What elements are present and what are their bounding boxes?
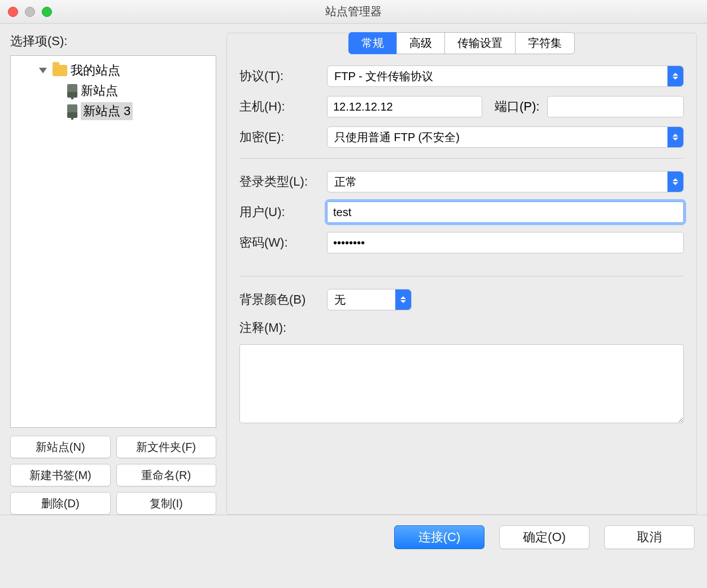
tree-item-label: 新站点 3 — [81, 102, 133, 120]
server-icon — [67, 104, 77, 118]
titlebar: 站点管理器 — [0, 0, 707, 24]
port-input[interactable] — [547, 96, 684, 117]
delete-button[interactable]: 删除(D) — [10, 492, 111, 515]
encryption-value: 只使用普通 FTP (不安全) — [334, 130, 460, 145]
new-folder-button[interactable]: 新文件夹(F) — [116, 436, 217, 458]
protocol-value: FTP - 文件传输协议 — [334, 69, 433, 84]
comment-label: 注释(M): — [239, 319, 286, 336]
comment-textarea[interactable] — [239, 344, 684, 423]
new-site-button[interactable]: 新站点(N) — [10, 436, 111, 458]
protocol-label: 协议(T): — [239, 68, 327, 85]
tree-item-selected[interactable]: 新站点 3 — [11, 101, 216, 121]
password-input[interactable] — [327, 232, 684, 253]
tab-charset[interactable]: 字符集 — [515, 32, 575, 54]
footer: 连接(C) 确定(O) 取消 — [0, 515, 707, 559]
logon-type-value: 正常 — [334, 174, 357, 190]
folder-icon — [53, 65, 67, 76]
port-label: 端口(P): — [495, 98, 539, 115]
tree-root[interactable]: 我的站点 — [11, 60, 216, 81]
new-bookmark-button[interactable]: 新建书签(M) — [10, 464, 111, 486]
tab-general[interactable]: 常规 — [348, 32, 397, 54]
chevron-down-icon[interactable] — [39, 68, 47, 73]
bgcolor-label: 背景颜色(B) — [239, 291, 327, 308]
rename-button[interactable]: 重命名(R) — [116, 464, 217, 486]
user-input[interactable] — [327, 201, 684, 223]
server-icon — [67, 84, 77, 98]
tree-item[interactable]: 新站点 — [11, 81, 216, 101]
chevron-updown-icon — [395, 289, 411, 310]
protocol-select[interactable]: FTP - 文件传输协议 — [327, 65, 684, 87]
user-label: 用户(U): — [239, 204, 327, 221]
copy-button[interactable]: 复制(I) — [116, 492, 217, 515]
tabs: 常规 高级 传输设置 字符集 — [239, 32, 684, 54]
host-input[interactable] — [327, 96, 482, 117]
divider — [239, 158, 684, 159]
tab-advanced[interactable]: 高级 — [396, 32, 445, 54]
ok-button[interactable]: 确定(O) — [499, 525, 590, 549]
encryption-label: 加密(E): — [239, 129, 327, 146]
chevron-updown-icon — [667, 66, 683, 86]
chevron-updown-icon — [667, 127, 683, 147]
right-panel: 常规 高级 传输设置 字符集 协议(T): FTP - 文件传输协议 主机(H)… — [226, 33, 697, 515]
site-tree[interactable]: 我的站点 新站点 新站点 3 — [10, 55, 216, 428]
chevron-updown-icon — [667, 172, 683, 192]
cancel-button[interactable]: 取消 — [604, 525, 695, 549]
select-label: 选择项(S): — [10, 33, 216, 50]
bgcolor-select[interactable]: 无 — [327, 289, 412, 310]
tree-item-label: 新站点 — [81, 82, 118, 99]
host-label: 主机(H): — [239, 98, 327, 115]
bgcolor-value: 无 — [334, 292, 346, 308]
tree-root-label: 我的站点 — [71, 62, 120, 79]
divider — [239, 276, 684, 277]
window-title: 站点管理器 — [0, 4, 707, 19]
connect-button[interactable]: 连接(C) — [394, 525, 485, 549]
tab-transfer[interactable]: 传输设置 — [444, 32, 516, 54]
logon-type-select[interactable]: 正常 — [327, 171, 684, 192]
encryption-select[interactable]: 只使用普通 FTP (不安全) — [327, 126, 684, 148]
password-label: 密码(W): — [239, 234, 327, 251]
logon-type-label: 登录类型(L): — [239, 173, 327, 190]
